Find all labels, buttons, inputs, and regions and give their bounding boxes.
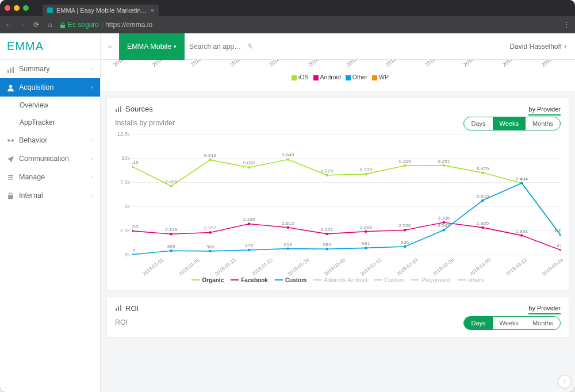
segment-weeks[interactable]: Weeks xyxy=(493,317,526,329)
data-label: 584 xyxy=(323,242,332,247)
y-tick-label: 2,5k xyxy=(115,228,130,233)
sidebar-toggle-icon[interactable]: ≡ xyxy=(101,42,119,51)
behavior-icon xyxy=(7,137,14,144)
app-picker[interactable]: EMMA Mobile ▾ xyxy=(119,33,185,60)
data-label: 1.991 xyxy=(516,229,528,234)
security-label: Es seguro xyxy=(68,21,99,29)
segment-months[interactable]: Months xyxy=(526,117,560,130)
scroll-top-button[interactable]: ↑ xyxy=(558,375,572,389)
lock-icon xyxy=(7,192,14,199)
segment-days[interactable]: Days xyxy=(464,117,492,130)
sidebar-item-summary[interactable]: Summary‹ xyxy=(0,60,100,78)
segment-days[interactable]: Days xyxy=(464,317,492,329)
time-segment-sources[interactable]: DaysWeeksMonths xyxy=(463,117,561,130)
reload-icon[interactable]: ⟳ xyxy=(32,21,40,29)
data-label: 8.479 xyxy=(477,166,489,171)
data-label: 2.292 xyxy=(204,226,217,231)
tab-close-icon[interactable]: × xyxy=(151,7,154,14)
data-label: 14 xyxy=(132,248,135,253)
data-label: 2.021 xyxy=(554,228,561,233)
segment-months[interactable]: Months xyxy=(526,317,560,329)
gridline: 0k xyxy=(132,255,561,255)
data-label: 7.404 xyxy=(516,176,528,182)
axis-tick: 2018-03-05 xyxy=(462,60,484,68)
app-search[interactable] xyxy=(185,43,265,51)
browser-toolbar: ← → ⟳ ⌂ Es seguro | https://emma.io ⋮ xyxy=(0,16,575,33)
sidebar-item-communication[interactable]: Communication‹ xyxy=(0,149,100,168)
sidebar-item-acquisition[interactable]: Acquisition‹ xyxy=(0,78,100,97)
legend-swatch xyxy=(231,279,239,280)
view-by-provider[interactable]: by Provider xyxy=(528,305,561,314)
sidebar-item-label: Acquisition xyxy=(19,83,53,91)
view-by-provider[interactable]: by Provider xyxy=(528,106,561,116)
svg-rect-1 xyxy=(10,68,11,73)
window-close-icon[interactable] xyxy=(5,5,10,11)
data-label: 836 xyxy=(401,240,409,245)
axis-tick: 2018-03-19 xyxy=(540,60,562,68)
legend-label: WP xyxy=(379,74,389,80)
sidebar-item-manage[interactable]: Manage‹ xyxy=(0,168,100,186)
segment-weeks[interactable]: Weeks xyxy=(493,117,526,130)
data-label: 2.151 xyxy=(321,227,334,232)
data-label: 2.129 xyxy=(165,227,178,232)
axis-tick: 2018-01-08 xyxy=(151,60,173,68)
legend-swatch xyxy=(292,75,297,80)
data-point xyxy=(404,245,407,248)
browser-tab[interactable]: EMMA | Easy Mobile Marketin… × xyxy=(43,5,159,16)
legend-swatch xyxy=(372,75,377,80)
axis-tick: 2018-01-01 xyxy=(112,60,134,68)
main-area: ≡ EMMA Mobile ▾ David Hasselhoff ▾ xyxy=(101,33,575,392)
content-scroll[interactable]: 2018-01-012018-01-082018-01-152018-01-22… xyxy=(101,60,575,392)
chevron-icon: ‹ xyxy=(91,84,93,90)
data-label: 366 xyxy=(206,244,214,249)
browser-tabbar: EMMA | Easy Mobile Marketin… × xyxy=(0,0,575,16)
user-menu[interactable]: David Hasselhoff ▾ xyxy=(502,43,576,51)
axis-tick: 2018-01-29 xyxy=(268,60,290,68)
home-icon[interactable]: ⌂ xyxy=(46,21,54,29)
chevron-down-icon: ▾ xyxy=(174,44,177,49)
data-label: 2.805 xyxy=(477,221,489,226)
data-label: 478 xyxy=(245,243,254,248)
upper-chart-legend: iOSAndroidOtherWP xyxy=(106,69,569,85)
sidebar-item-behavior[interactable]: Behavior‹ xyxy=(0,131,100,149)
search-icon xyxy=(247,43,254,50)
address-field[interactable]: Es seguro | https://emma.io xyxy=(60,21,152,29)
svg-point-6 xyxy=(9,175,10,176)
legend-swatch xyxy=(411,279,419,280)
legend-swatch xyxy=(458,279,466,280)
data-label: 9.032 xyxy=(243,161,256,166)
card-title: Sources xyxy=(125,105,153,113)
data-point xyxy=(248,166,251,168)
legend-label: iOS xyxy=(298,74,309,80)
back-icon[interactable]: ← xyxy=(5,21,13,29)
svg-rect-12 xyxy=(116,308,117,311)
bars-icon xyxy=(115,305,122,312)
series-organic xyxy=(132,160,561,236)
data-point xyxy=(248,249,251,251)
sidebar-subitem-apptracker[interactable]: AppTracker xyxy=(0,114,100,131)
data-label: 2.542 xyxy=(438,224,450,229)
legend-swatch xyxy=(313,279,321,280)
forward-icon[interactable]: → xyxy=(18,21,26,29)
data-point xyxy=(132,253,133,255)
search-input[interactable] xyxy=(189,43,247,51)
menu-icon[interactable]: ⋮ xyxy=(562,21,570,29)
window-zoom-icon[interactable] xyxy=(23,5,29,11)
sidebar-item-internal[interactable]: Internal‹ xyxy=(0,186,100,205)
data-point xyxy=(481,171,484,174)
data-label: 618 xyxy=(284,242,293,247)
data-point xyxy=(404,164,407,167)
time-segment-roi[interactable]: DaysWeeksMonths xyxy=(463,316,561,330)
data-label: 5.610 xyxy=(477,194,489,199)
sliders-icon xyxy=(7,174,14,181)
sidebar-subitem-overview[interactable]: Overview xyxy=(0,97,100,114)
legend-swatch xyxy=(346,75,351,80)
series-facebook xyxy=(132,222,561,250)
url-text: https://emma.io xyxy=(105,21,152,29)
window-minimize-icon[interactable] xyxy=(14,5,20,11)
logo[interactable]: EMMA xyxy=(0,33,100,60)
data-point xyxy=(325,248,328,250)
data-point xyxy=(442,164,445,166)
axis-tick: 2018-03-12 xyxy=(501,60,523,68)
user-icon xyxy=(7,84,14,91)
